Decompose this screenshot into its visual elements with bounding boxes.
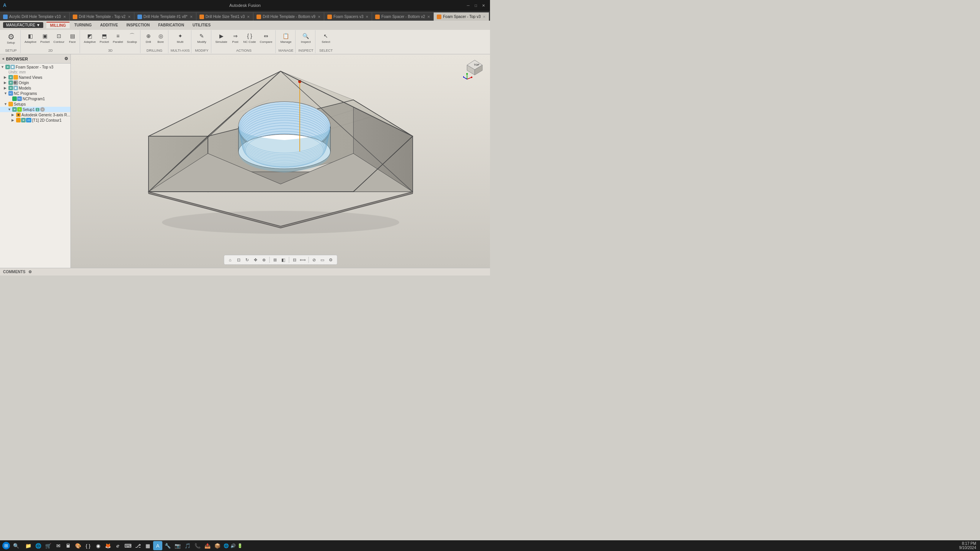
- comments-label: COMMENTS: [3, 270, 25, 274]
- tree-item-machine[interactable]: ▶ ▣ Autodesk Generic 3-axis R...: [0, 112, 70, 117]
- tab-close-drill-bottom[interactable]: ✕: [318, 15, 321, 19]
- eye-icon-root: 👁: [5, 65, 10, 69]
- vp-settings-button[interactable]: ⚙: [327, 256, 335, 264]
- tree-icons-nc-programs: NC: [8, 91, 13, 96]
- compare-button[interactable]: ⇔ Compare: [258, 31, 274, 44]
- 2d-face-label: Face: [69, 40, 76, 44]
- tree-icons-root: 👁 ◼: [5, 65, 15, 69]
- ribbon-tab-inspection[interactable]: INSPECTION: [122, 22, 154, 28]
- ribbon-tab-turning[interactable]: TURNING: [70, 22, 96, 28]
- tab-close-drill1[interactable]: ✕: [190, 15, 193, 19]
- 2d-contour-button[interactable]: ⊡ Contour: [52, 31, 66, 44]
- nccode-button[interactable]: { } NC Code: [242, 31, 258, 44]
- tab-close-foam-top[interactable]: ✕: [483, 15, 486, 19]
- 2d-adaptive-button[interactable]: ◧ Adaptive: [23, 31, 38, 44]
- browser-collapse-icon[interactable]: «: [2, 57, 5, 61]
- tab-close-foam-spacers[interactable]: ✕: [366, 15, 369, 19]
- vp-measure-button[interactable]: ⟺: [299, 256, 307, 264]
- tab-drill-size[interactable]: Drill Hole Size Test1 v3 ✕: [196, 12, 254, 21]
- tree-icons-named-views: 👁: [8, 75, 18, 80]
- tab-foam-spacers[interactable]: Foam Spacers v3 ✕: [324, 12, 372, 21]
- tree-label-machine: Autodesk Generic 3-axis R...: [21, 113, 70, 117]
- eye-icon-2d-contour1: 👁: [21, 118, 26, 122]
- simulate-button[interactable]: ▶ Simulate: [214, 31, 229, 44]
- eye-icon-setup1: 👁: [12, 107, 17, 112]
- part-svg: [147, 54, 415, 249]
- setup-button[interactable]: ⚙ Setup: [4, 31, 18, 46]
- nav-cube[interactable]: TOP: [463, 58, 486, 81]
- multiaxis-button[interactable]: ✦ Multi: [175, 31, 186, 44]
- inspect-group-label: INSPECT: [298, 49, 313, 52]
- browser-header: « BROWSER ⚙: [0, 54, 70, 64]
- tab-close-drill-top2[interactable]: ✕: [128, 15, 131, 19]
- 3d-adaptive-icon: ◩: [86, 32, 94, 40]
- tab-drill-bottom[interactable]: Drill Hole Template - Bottom v9 ✕: [253, 12, 324, 21]
- tab-drill-top2[interactable]: Drill Hole Template - Top v2 ✕: [70, 12, 134, 21]
- tree-item-origin[interactable]: ▶ 👁 ⊕ Origin: [0, 80, 70, 85]
- tab-foam-top[interactable]: Foam Spacer - Top v3 ✕: [434, 12, 489, 21]
- tree-item-models[interactable]: ▶ 👁 ◼ Models: [0, 85, 70, 91]
- tab-close-foam-bottom[interactable]: ✕: [427, 15, 430, 19]
- 3d-pocket-button[interactable]: ⬒ Pocket: [98, 31, 110, 44]
- tree-item-2d-contour1[interactable]: ▶ 👁 2D [T1] 2D Contour1: [0, 117, 70, 123]
- minimize-button[interactable]: ─: [465, 2, 472, 9]
- tab-close-acrylic[interactable]: ✕: [63, 15, 66, 19]
- vp-orbit-button[interactable]: ↻: [243, 256, 251, 264]
- add-icon-setup1[interactable]: +: [40, 107, 45, 112]
- select-button[interactable]: ↖ Select: [320, 31, 332, 44]
- ribbon-tab-milling[interactable]: MILLING: [46, 22, 70, 28]
- 3d-pocket-label: Pocket: [100, 40, 109, 44]
- tree-item-setups[interactable]: ▼ Setups: [0, 101, 70, 107]
- browser-tree: ▼ 👁 ◼ Foam Spacer - Top v3 Units: mm ▶ 👁: [0, 64, 70, 268]
- vp-display-button[interactable]: ⊞: [271, 256, 279, 264]
- tab-acrylic[interactable]: Acrylic Drill Hole Template v10 ✕: [0, 12, 70, 21]
- tree-arrow-nc-programs: ▼: [4, 91, 8, 95]
- 3d-parallel-button[interactable]: ≡ Parallel: [111, 31, 125, 44]
- ribbon-group-drilling: ⊕ Drill ◎ Bore DRILLING: [141, 30, 168, 53]
- vp-groundplane-button[interactable]: ▭: [318, 256, 326, 264]
- actions-group-label: ACTIONS: [236, 49, 252, 52]
- ribbon-tab-fabrication[interactable]: FABRICATION: [154, 22, 188, 28]
- inspect-button[interactable]: 🔍 Inspect: [299, 31, 312, 44]
- close-button[interactable]: ✕: [480, 2, 487, 9]
- vp-fit-button[interactable]: ⊡: [235, 256, 242, 264]
- tab-icon-drill1: [137, 15, 142, 19]
- modify-button[interactable]: ✎ Modify: [196, 31, 208, 44]
- maximize-button[interactable]: □: [472, 2, 479, 9]
- vp-zoom-button[interactable]: ⊕: [260, 256, 268, 264]
- comments-settings-icon[interactable]: ⚙: [28, 270, 32, 274]
- ribbon-tab-additive[interactable]: ADDITIVE: [96, 22, 122, 28]
- 2d-group-label: 2D: [48, 49, 53, 52]
- manufacture-dropdown[interactable]: MANUFACTURE ▼: [3, 22, 43, 28]
- 3d-adaptive-button[interactable]: ◩ Adaptive: [82, 31, 97, 44]
- tree-item-ncprogram1[interactable]: NC NCProgram1: [0, 96, 70, 101]
- vp-grid-button[interactable]: ⊟: [291, 256, 298, 264]
- viewport[interactable]: TOP ⌂ ⊡ ↻ ✥ ⊕ ⊞ ◧ ⊟ ⟺ ⊘ ▭ ⚙: [71, 54, 490, 268]
- tab-foam-bottom[interactable]: Foam Spacer - Bottom v2 ✕: [372, 12, 434, 21]
- tree-item-named-views[interactable]: ▶ 👁 Named Views: [0, 75, 70, 80]
- main-layout: « BROWSER ⚙ ▼ 👁 ◼ Foam Spacer - Top v3 U…: [0, 54, 490, 268]
- vp-section-button[interactable]: ⊘: [310, 256, 318, 264]
- bore-button[interactable]: ◎ Bore: [155, 31, 167, 44]
- manage-button[interactable]: 📋 Manage: [279, 31, 293, 44]
- vp-pan-button[interactable]: ✥: [252, 256, 259, 264]
- browser-settings-icon[interactable]: ⚙: [64, 56, 68, 61]
- tab-drill1[interactable]: Drill Hole Template #1 v8* ✕: [134, 12, 196, 21]
- postprocess-button[interactable]: ⇒ Post: [230, 31, 241, 44]
- 2d-face-button[interactable]: ▤ Face: [67, 31, 78, 44]
- 3d-scallop-button[interactable]: ⌒ Scallop: [125, 31, 138, 44]
- tab-icon-foam-top: [437, 15, 441, 19]
- drill-button[interactable]: ⊕ Drill: [143, 31, 154, 44]
- vp-home-button[interactable]: ⌂: [226, 256, 234, 264]
- tree-item-setup1[interactable]: ▼ 👁 S Setup1 1 +: [0, 107, 70, 112]
- tree-item-root[interactable]: ▼ 👁 ◼ Foam Spacer - Top v3: [0, 64, 70, 70]
- window-controls: ─ □ ✕: [465, 2, 487, 9]
- vp-visual-button[interactable]: ◧: [279, 256, 287, 264]
- ribbon-tab-utilities[interactable]: UTILITIES: [189, 22, 214, 28]
- tree-icons-setup1: 👁 S: [12, 107, 22, 112]
- 2d-pocket-button[interactable]: ▣ Pocket: [39, 31, 51, 44]
- tree-item-nc-programs[interactable]: ▼ NC NC Programs: [0, 91, 70, 96]
- tab-close-drill-size[interactable]: ✕: [247, 15, 250, 19]
- manage-buttons: 📋 Manage: [279, 31, 293, 44]
- axis-indicator: [463, 73, 472, 79]
